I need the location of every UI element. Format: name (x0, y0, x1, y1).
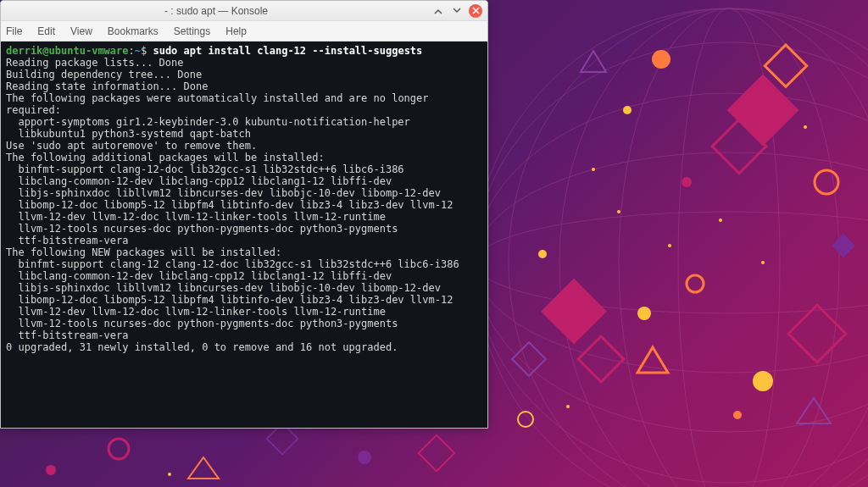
output-line: ttf-bitstream-vera (6, 329, 482, 341)
output-line: apport-symptoms gir1.2-keybinder-3.0 kub… (6, 116, 482, 128)
prompt-at: @ (42, 45, 48, 57)
svg-rect-34 (419, 435, 454, 471)
output-line: Reading package lists... Done (6, 57, 184, 69)
prompt-dollar: $ (141, 45, 153, 57)
menu-file[interactable]: File (6, 25, 22, 37)
svg-point-2 (475, 93, 868, 432)
svg-point-13 (623, 106, 632, 114)
svg-point-12 (652, 50, 670, 69)
svg-point-37 (617, 210, 620, 213)
output-line: ttf-bitstream-vera (6, 235, 482, 246)
svg-point-29 (108, 439, 129, 459)
prompt-path: ~ (135, 45, 141, 57)
output-line: libclang-common-12-dev libclang-cpp12 li… (6, 270, 482, 282)
output-line: libomp-12-doc libomp5-12 libpfm4 libtinf… (6, 199, 482, 211)
prompt-user: derrik (6, 45, 42, 57)
output-line: libclang-common-12-dev libclang-cpp12 li… (6, 175, 482, 187)
svg-rect-18 (578, 336, 624, 382)
output-line: llvm-12-dev llvm-12-doc llvm-12-linker-t… (6, 211, 482, 223)
svg-point-40 (761, 261, 765, 264)
svg-point-7 (619, 8, 839, 487)
svg-rect-19 (512, 342, 546, 376)
menu-bookmarks[interactable]: Bookmarks (108, 25, 159, 37)
output-line: llvm-12-tools ncurses-doc python-pygment… (6, 318, 482, 329)
svg-point-15 (815, 170, 838, 194)
svg-point-42 (566, 405, 570, 408)
svg-point-32 (46, 465, 56, 475)
svg-point-38 (668, 244, 671, 247)
terminal-view[interactable]: derrik@ubuntu-vmware:~$ sudo apt install… (1, 42, 487, 428)
output-line: Reading state information... Done (6, 80, 208, 92)
svg-marker-31 (188, 457, 219, 479)
svg-point-35 (518, 412, 533, 427)
window-title: - : sudo apt — Konsole (6, 5, 426, 17)
output-line: The following NEW packages will be insta… (6, 246, 281, 258)
output-line: binfmt-support clang-12 clang-12-doc lib… (6, 258, 482, 270)
svg-point-6 (559, 8, 868, 487)
output-line: Building dependency tree... Done (6, 69, 202, 80)
output-line: Use 'sudo apt autoremove' to remove them… (6, 140, 257, 152)
output-line: The following packages were automaticall… (6, 92, 435, 116)
output-line: The following additional packages will b… (6, 152, 325, 163)
output-line: libjs-sphinxdoc libllvm12 libncurses-dev… (6, 187, 482, 199)
svg-point-39 (719, 219, 722, 222)
svg-marker-26 (797, 398, 831, 423)
maximize-button[interactable] (450, 4, 464, 18)
svg-marker-14 (581, 51, 606, 72)
svg-rect-24 (788, 305, 846, 362)
svg-point-41 (804, 125, 807, 129)
output-line: libkubuntu1 python3-systemd qapt-batch (6, 128, 482, 140)
svg-point-16 (682, 177, 692, 187)
menu-edit[interactable]: Edit (37, 25, 55, 37)
svg-rect-17 (541, 279, 607, 345)
output-line: llvm-12-dev llvm-12-doc llvm-12-linker-t… (6, 306, 482, 318)
svg-rect-28 (832, 234, 855, 257)
svg-point-36 (592, 168, 595, 171)
menubar: File Edit View Bookmarks Settings Help (1, 21, 487, 42)
prompt-host: ubuntu-vmware (49, 45, 129, 57)
close-button[interactable] (469, 4, 482, 18)
svg-point-4 (475, 212, 868, 313)
svg-point-1 (475, 42, 868, 483)
konsole-window: - : sudo apt — Konsole File Edit View Bo… (0, 0, 488, 429)
svg-point-23 (538, 250, 547, 258)
svg-point-33 (358, 451, 371, 464)
minimize-button[interactable] (431, 4, 445, 18)
svg-point-20 (637, 307, 651, 320)
output-line: binfmt-support clang-12-doc lib32gcc-s1 … (6, 163, 482, 175)
svg-point-25 (753, 371, 773, 391)
menu-view[interactable]: View (70, 25, 92, 37)
svg-point-0 (475, 8, 868, 487)
output-line: llvm-12-tools ncurses-doc python-pygment… (6, 223, 482, 235)
output-line: 0 upgraded, 31 newly installed, 0 to rem… (6, 341, 398, 353)
command-text: sudo apt install clang-12 --install-sugg… (153, 45, 422, 57)
svg-point-3 (475, 152, 868, 373)
svg-point-27 (733, 411, 742, 419)
prompt-colon: : (129, 45, 135, 57)
svg-point-21 (687, 275, 704, 292)
output-line: libjs-sphinxdoc libllvm12 libncurses-dev… (6, 282, 482, 294)
menu-settings[interactable]: Settings (174, 25, 210, 37)
window-titlebar[interactable]: - : sudo apt — Konsole (1, 1, 487, 21)
output-line: libomp-12-doc libomp5-12 libpfm4 libtinf… (6, 294, 482, 306)
svg-point-44 (168, 473, 171, 476)
menu-help[interactable]: Help (225, 25, 247, 37)
